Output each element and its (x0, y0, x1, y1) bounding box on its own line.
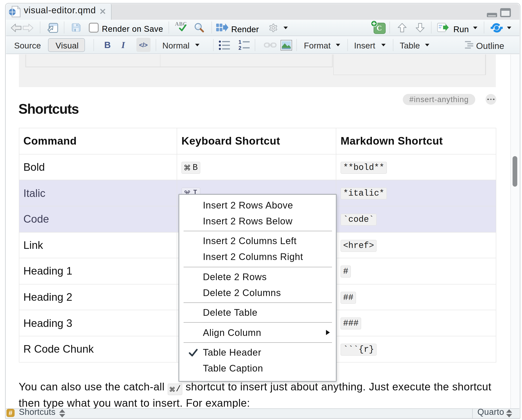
svg-text:1: 1 (238, 39, 241, 45)
svg-text:2: 2 (238, 45, 241, 51)
